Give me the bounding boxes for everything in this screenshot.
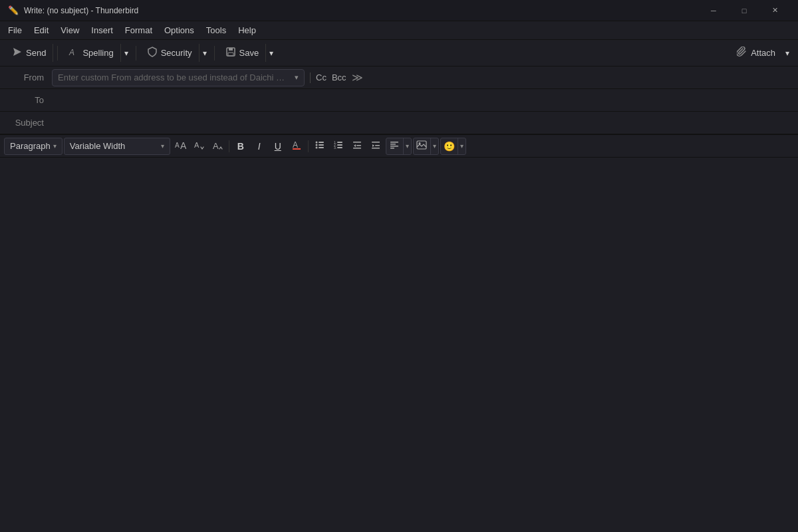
unordered-list-icon: [315, 140, 325, 152]
insert-image-button[interactable]: [414, 138, 431, 155]
svg-text:A: A: [194, 141, 200, 149]
align-left-icon: [390, 140, 399, 152]
insert-image-group: ▾: [413, 138, 439, 155]
svg-point-14: [315, 147, 317, 149]
svg-rect-22: [353, 142, 361, 143]
from-dropdown[interactable]: Enter custom From address to be used ins…: [52, 69, 305, 86]
from-dropdown-text: Enter custom From address to be used ins…: [58, 72, 291, 82]
increase-indent-button[interactable]: [367, 138, 384, 155]
decrease-font-size-button[interactable]: A: [190, 138, 207, 155]
minimize-icon: ─: [711, 7, 716, 15]
from-dropdown-arrow: ▾: [295, 73, 299, 82]
attach-button[interactable]: Attach: [730, 44, 782, 62]
svg-rect-11: [319, 142, 324, 143]
maximize-button[interactable]: □: [729, 0, 759, 21]
save-button[interactable]: Save: [219, 44, 267, 62]
svg-rect-28: [390, 142, 398, 143]
decrease-indent-icon: [352, 140, 362, 152]
attach-dropdown[interactable]: ▾: [782, 46, 793, 61]
menu-insert[interactable]: Insert: [86, 23, 118, 38]
subject-label: Subject: [5, 118, 52, 128]
format-sep-2: [308, 140, 309, 152]
send-label: Send: [26, 48, 46, 58]
ordered-list-button[interactable]: 1. 2. 3.: [330, 138, 347, 155]
to-input[interactable]: [52, 91, 793, 110]
menu-options[interactable]: Options: [159, 23, 200, 38]
bold-button[interactable]: B: [232, 138, 249, 155]
decrease-indent-button[interactable]: [348, 138, 366, 155]
align-left-button[interactable]: [386, 138, 404, 155]
emoji-dropdown[interactable]: ▾: [458, 142, 466, 150]
security-button[interactable]: Security: [140, 44, 200, 62]
compose-area[interactable]: [0, 158, 798, 532]
attach-icon: [737, 47, 747, 59]
menubar: File Edit View Insert Format Options Too…: [0, 21, 798, 40]
font-family-label: Variable Width: [70, 141, 126, 151]
divider-3: [214, 46, 215, 61]
security-group: Security ▾: [140, 44, 210, 62]
bcc-button[interactable]: Bcc: [332, 72, 346, 82]
increase-font-size-button[interactable]: A: [209, 138, 226, 155]
text-color-icon: A: [291, 140, 302, 152]
svg-rect-23: [356, 145, 361, 146]
svg-point-12: [315, 144, 317, 146]
menu-format[interactable]: Format: [120, 23, 158, 38]
security-label: Security: [161, 48, 192, 58]
svg-text:3.: 3.: [334, 146, 336, 150]
subject-input[interactable]: [52, 114, 793, 132]
save-dropdown[interactable]: ▾: [266, 46, 277, 61]
font-size-display-button[interactable]: A A: [172, 138, 189, 155]
increase-indent-icon: [370, 140, 381, 152]
menu-file[interactable]: File: [3, 23, 27, 38]
spelling-button[interactable]: A Spelling: [62, 44, 120, 62]
svg-rect-25: [372, 142, 380, 143]
maximize-icon: □: [742, 7, 747, 15]
underline-button[interactable]: U: [269, 138, 287, 155]
svg-rect-15: [319, 147, 324, 148]
divider-2: [136, 46, 136, 61]
emoji-button[interactable]: 🙂: [441, 138, 458, 155]
underline-icon: U: [275, 141, 281, 152]
spelling-label: Spelling: [82, 48, 113, 58]
subject-row: Subject: [0, 112, 798, 134]
svg-rect-27: [372, 148, 380, 149]
titlebar: ✏️ Write: (no subject) - Thunderbird ─ □…: [0, 0, 798, 21]
font-dropdown-arrow: ▾: [161, 142, 164, 150]
svg-rect-2: [229, 48, 233, 51]
text-color-button[interactable]: A: [288, 138, 305, 155]
unordered-list-button[interactable]: [311, 138, 329, 155]
paragraph-style-select[interactable]: Paragraph ▾: [4, 138, 63, 155]
svg-rect-9: [293, 148, 301, 150]
alignment-dropdown[interactable]: ▾: [404, 142, 411, 150]
spelling-icon: A: [68, 47, 79, 59]
save-icon: [225, 47, 236, 59]
emoji-icon: 🙂: [444, 141, 455, 152]
decrease-font-icon: A: [194, 140, 204, 152]
send-button[interactable]: Send: [5, 44, 53, 62]
bold-icon: B: [237, 141, 244, 152]
font-size-icon: A A: [174, 140, 186, 152]
svg-rect-19: [337, 144, 342, 146]
svg-text:A: A: [175, 142, 180, 149]
svg-text:A: A: [68, 48, 74, 57]
close-button[interactable]: ✕: [759, 0, 790, 21]
menu-view[interactable]: View: [55, 23, 84, 38]
font-family-select[interactable]: Variable Width ▾: [64, 138, 170, 155]
minimize-button[interactable]: ─: [698, 0, 729, 21]
expand-fields-button[interactable]: ≫: [352, 71, 363, 84]
security-dropdown[interactable]: ▾: [200, 46, 210, 61]
insert-image-icon: [416, 140, 427, 152]
spelling-dropdown[interactable]: ▾: [121, 46, 132, 61]
svg-rect-26: [375, 145, 380, 146]
italic-button[interactable]: I: [251, 138, 268, 155]
format-sep-1: [229, 140, 229, 152]
to-row: To: [0, 89, 798, 112]
svg-rect-31: [390, 148, 394, 149]
menu-help[interactable]: Help: [233, 23, 261, 38]
cc-button[interactable]: Cc: [316, 72, 327, 82]
svg-rect-17: [337, 142, 342, 143]
menu-tools[interactable]: Tools: [201, 23, 231, 38]
menu-edit[interactable]: Edit: [29, 23, 54, 38]
svg-rect-24: [353, 148, 361, 149]
image-dropdown[interactable]: ▾: [431, 142, 438, 150]
